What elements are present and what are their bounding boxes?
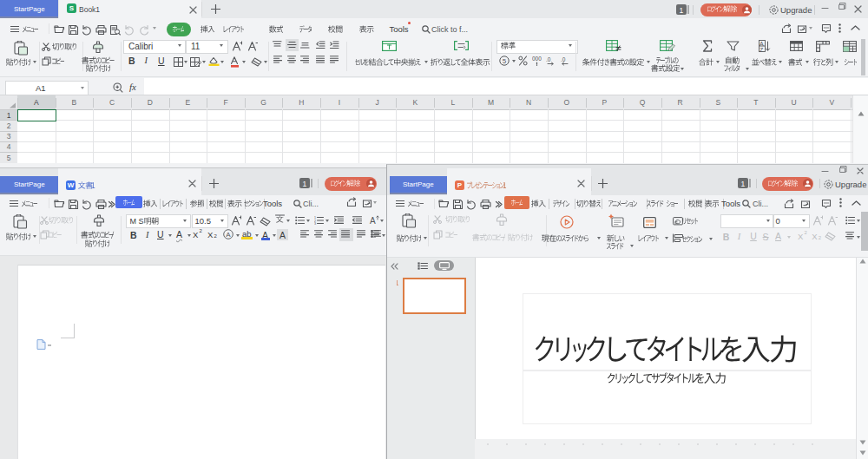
svg-text:000: 000	[532, 56, 542, 62]
svg-text:.0: .0	[561, 56, 566, 62]
svg-text:Z: Z	[760, 47, 764, 53]
svg-text:A: A	[760, 41, 764, 47]
svg-text:5: 5	[503, 56, 507, 64]
svg-text:A: A	[226, 231, 231, 239]
svg-text:A: A	[370, 216, 376, 225]
svg-text:.0: .0	[546, 56, 551, 62]
svg-text:3: 3	[314, 222, 316, 225]
